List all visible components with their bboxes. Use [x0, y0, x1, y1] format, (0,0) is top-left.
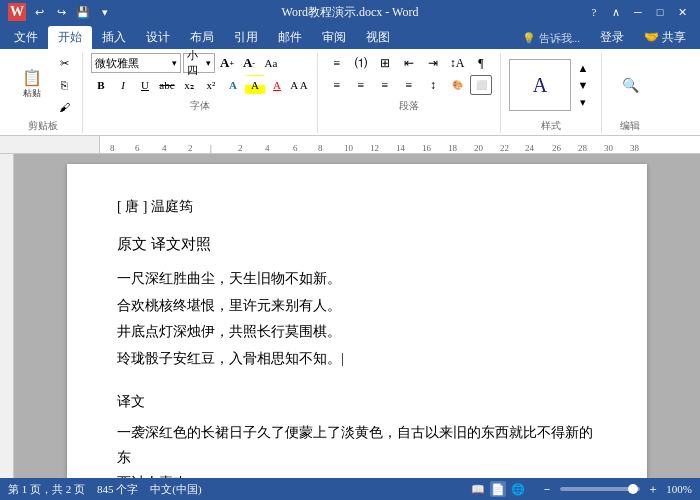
zoom-in-button[interactable]: ＋ — [646, 482, 660, 496]
clipboard-row: 📋 粘贴 ✂ ⎘ 🖌 — [12, 53, 74, 117]
translation-text-1: 一袭深红色的长裙日子久了便蒙上了淡黄色，自古以来旧的东西就比不得新的东 — [117, 420, 597, 470]
styles-up-button[interactable]: ▲ — [573, 59, 593, 76]
ruler-marks: 8 6 4 2 | 2 4 6 8 10 12 14 16 18 20 22 2… — [100, 136, 700, 153]
tab-home[interactable]: 开始 — [48, 26, 92, 49]
close-button[interactable]: ✕ — [672, 4, 692, 20]
undo-button[interactable]: ↩ — [30, 3, 48, 21]
format-painter-button[interactable]: 🖌 — [54, 97, 74, 117]
page-count-label: 第 1 页，共 2 页 — [8, 482, 85, 497]
tab-view[interactable]: 视图 — [356, 26, 400, 49]
paste-icon: 📋 — [22, 70, 42, 86]
find-button[interactable]: 🔍 — [610, 73, 650, 97]
cut-button[interactable]: ✂ — [54, 53, 74, 73]
justify-button[interactable]: ≡ — [398, 75, 420, 95]
copy-button[interactable]: ⎘ — [54, 75, 74, 95]
paragraph-label: 段落 — [399, 99, 419, 113]
bold-button[interactable]: B — [91, 75, 111, 95]
author-line: [ 唐 ] 温庭筠 — [117, 194, 597, 219]
superscript-button[interactable]: x² — [201, 75, 221, 95]
align-right-button[interactable]: ≡ — [374, 75, 396, 95]
window-title: Word教程演示.docx - Word — [282, 4, 419, 21]
view-print-button[interactable]: 📄 — [490, 481, 506, 497]
paste-button[interactable]: 📋 粘贴 — [12, 66, 52, 104]
underline-button[interactable]: U — [135, 75, 155, 95]
editing-row: 🔍 — [610, 53, 650, 117]
strikethrough-button[interactable]: abc — [157, 75, 177, 95]
view-web-button[interactable]: 🌐 — [510, 481, 526, 497]
zoom-thumb[interactable] — [628, 484, 638, 494]
word-icon: W — [8, 3, 26, 21]
border-button[interactable]: ⬜ — [470, 75, 492, 95]
title-bar-right: ? ∧ ─ □ ✕ — [584, 4, 692, 20]
styles-more-button[interactable]: ▾ — [573, 94, 593, 111]
font-name-row: 微软雅黑 ▾ 小四 ▾ A+ A- Aa — [91, 53, 281, 73]
font-name-input[interactable]: 微软雅黑 ▾ — [91, 53, 181, 73]
horizontal-ruler: 8 6 4 2 | 2 4 6 8 10 12 14 16 18 20 22 2… — [0, 136, 700, 154]
sort-button[interactable]: ↕A — [446, 53, 468, 73]
translation-title: 译文 — [117, 389, 597, 414]
para-row2: ≡ ≡ ≡ ≡ ↕ 🎨 ⬜ — [326, 75, 492, 95]
styles-row: A ▲ ▼ ▾ — [509, 53, 593, 117]
restore-button[interactable]: □ — [650, 4, 670, 20]
zoom-slider[interactable] — [560, 487, 640, 491]
increase-font-button[interactable]: A+ — [217, 53, 237, 73]
styles-preview[interactable]: A — [509, 59, 571, 111]
poem-line-1: 一尺深红胜曲尘，天生旧物不如新。 — [117, 266, 597, 293]
redo-button[interactable]: ↪ — [52, 3, 70, 21]
tab-insert[interactable]: 插入 — [92, 26, 136, 49]
shading-button[interactable]: 🎨 — [446, 75, 468, 95]
ruler-zero: | — [210, 143, 212, 153]
save-button[interactable]: 💾 — [74, 3, 92, 21]
tab-file[interactable]: 文件 — [4, 26, 48, 49]
paragraph-group: ≡ ⑴ ⊞ ⇤ ⇥ ↕A ¶ ≡ ≡ ≡ ≡ ↕ 🎨 ⬜ 段落 — [318, 53, 501, 133]
align-left-button[interactable]: ≡ — [326, 75, 348, 95]
clipboard-label: 剪贴板 — [28, 119, 58, 133]
share-button[interactable]: 🤝 共享 — [634, 26, 696, 49]
decrease-indent-button[interactable]: ⇤ — [398, 53, 420, 73]
font-label: 字体 — [190, 99, 210, 113]
ribbon-content: 📋 粘贴 ✂ ⎘ 🖌 剪贴板 微软雅黑 ▾ 小四 ▾ — [0, 53, 700, 133]
search-icon: 🔍 — [622, 77, 639, 94]
clear-format-button[interactable]: Aa — [261, 53, 281, 73]
line-spacing-button[interactable]: ↕ — [422, 75, 444, 95]
zoom-level-label: 100% — [666, 483, 692, 495]
font-group: 微软雅黑 ▾ 小四 ▾ A+ A- Aa B I U abc x₂ x² A A — [83, 53, 318, 133]
numbered-list-button[interactable]: ⑴ — [350, 53, 372, 73]
subscript-button[interactable]: x₂ — [179, 75, 199, 95]
italic-button[interactable]: I — [113, 75, 133, 95]
multilevel-list-button[interactable]: ⊞ — [374, 53, 396, 73]
show-marks-button[interactable]: ¶ — [470, 53, 492, 73]
tab-mailings[interactable]: 邮件 — [268, 26, 312, 49]
tab-layout[interactable]: 布局 — [180, 26, 224, 49]
ribbon-toggle-button[interactable]: ∧ — [606, 4, 626, 20]
text-effect-button[interactable]: A — [223, 75, 243, 95]
bullet-list-button[interactable]: ≡ — [326, 53, 348, 73]
align-center-button[interactable]: ≡ — [350, 75, 372, 95]
font-size-aa[interactable]: A A — [289, 75, 309, 95]
minimize-button[interactable]: ─ — [628, 4, 648, 20]
dropdown-quick[interactable]: ▾ — [96, 3, 114, 21]
zoom-out-button[interactable]: － — [540, 482, 554, 496]
highlight-button[interactable]: A — [245, 75, 265, 95]
title-bar: W ↩ ↪ 💾 ▾ Word教程演示.docx - Word ? ∧ ─ □ ✕ — [0, 0, 700, 24]
word-count-label: 845 个字 — [97, 482, 138, 497]
tell-me-button[interactable]: 💡 告诉我... — [512, 28, 590, 49]
status-left: 第 1 页，共 2 页 845 个字 中文(中国) — [8, 482, 202, 497]
tab-design[interactable]: 设计 — [136, 26, 180, 49]
font-color-button[interactable]: A — [267, 75, 287, 95]
signin-button[interactable]: 登录 — [590, 26, 634, 49]
document-page[interactable]: [ 唐 ] 温庭筠 原文 译文对照 一尺深红胜曲尘，天生旧物不如新。 合欢桃核终… — [67, 164, 647, 478]
question-button[interactable]: ? — [584, 4, 604, 20]
title-bar-left: W ↩ ↪ 💾 ▾ — [8, 3, 114, 21]
decrease-font-button[interactable]: A- — [239, 53, 259, 73]
poem-line-3: 井底点灯深烛伊，共照长行莫围棋。 — [117, 319, 597, 346]
styles-down-button[interactable]: ▼ — [573, 76, 593, 93]
increase-indent-button[interactable]: ⇥ — [422, 53, 444, 73]
document-area[interactable]: [ 唐 ] 温庭筠 原文 译文对照 一尺深红胜曲尘，天生旧物不如新。 合欢桃核终… — [14, 154, 700, 478]
tab-references[interactable]: 引用 — [224, 26, 268, 49]
tab-review[interactable]: 审阅 — [312, 26, 356, 49]
poem-line-2: 合欢桃核终堪恨，里许元来别有人。 — [117, 293, 597, 320]
lightbulb-icon: 💡 — [522, 32, 536, 45]
font-size-input[interactable]: 小四 ▾ — [183, 53, 215, 73]
view-read-button[interactable]: 📖 — [470, 481, 486, 497]
